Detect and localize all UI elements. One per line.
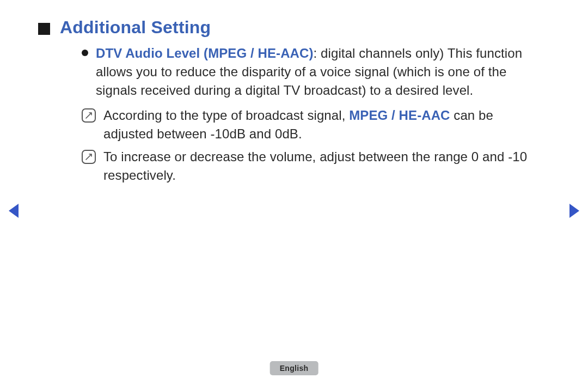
svg-marker-1 [569,204,579,218]
note1-part-a: According to the type of broadcast signa… [103,108,349,123]
note-row: To increase or decrease the volume, adju… [82,148,544,185]
page-content: Additional Setting DTV Audio Level (MPEG… [0,0,588,185]
svg-marker-0 [9,204,19,218]
note-icon [82,150,96,164]
note-text: According to the type of broadcast signa… [103,106,544,143]
item-description: DTV Audio Level (MPEG / HE-AAC): digital… [96,44,544,100]
notes-block: According to the type of broadcast signa… [82,106,544,185]
body-block: DTV Audio Level (MPEG / HE-AAC): digital… [82,44,544,185]
note-text: To increase or decrease the volume, adju… [103,148,544,185]
item-title: DTV Audio Level (MPEG / HE-AAC) [96,46,314,60]
square-bullet-icon [38,23,50,35]
language-indicator: English [270,361,318,375]
note1-bold: MPEG / HE-AAC [349,108,450,123]
previous-page-button[interactable] [8,203,20,219]
heading-row: Additional Setting [38,17,550,38]
round-bullet-icon [82,50,88,56]
section-heading: Additional Setting [60,17,211,38]
bullet-item-row: DTV Audio Level (MPEG / HE-AAC): digital… [82,44,544,100]
note-icon [82,108,96,123]
next-page-button[interactable] [568,203,580,219]
note-row: According to the type of broadcast signa… [82,106,544,143]
